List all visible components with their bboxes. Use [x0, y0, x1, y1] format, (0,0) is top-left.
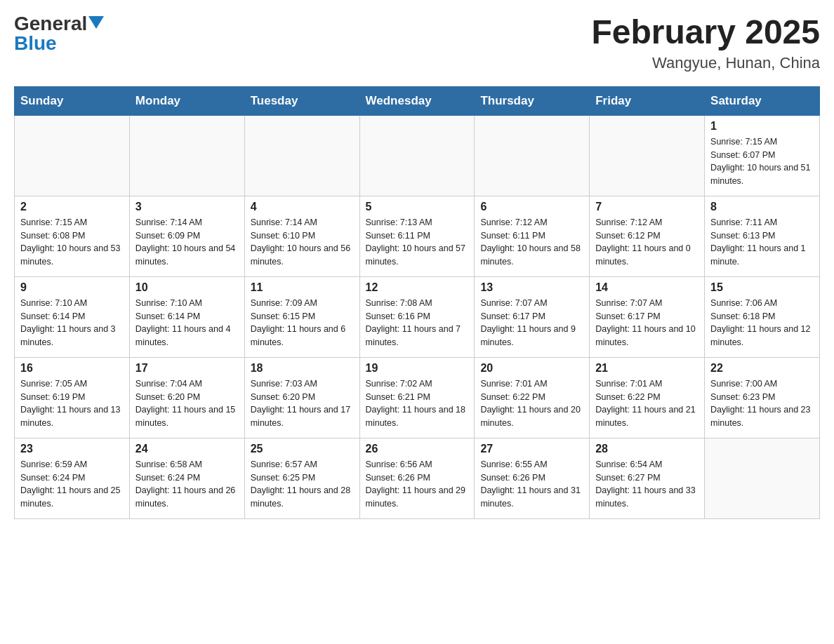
- day-info: Sunrise: 7:10 AMSunset: 6:14 PMDaylight:…: [135, 297, 239, 349]
- calendar-cell: 15Sunrise: 7:06 AMSunset: 6:18 PMDayligh…: [705, 276, 820, 357]
- day-number: 28: [595, 443, 699, 455]
- day-number: 16: [20, 362, 124, 375]
- day-info: Sunrise: 7:03 AMSunset: 6:20 PMDaylight:…: [251, 377, 354, 430]
- logo: General Blue: [14, 14, 104, 53]
- day-info: Sunrise: 7:10 AMSunset: 6:14 PMDaylight:…: [20, 297, 124, 349]
- day-info: Sunrise: 6:54 AMSunset: 6:27 PMDaylight:…: [595, 458, 699, 511]
- day-number: 10: [135, 281, 239, 294]
- day-info: Sunrise: 7:01 AMSunset: 6:22 PMDaylight:…: [480, 377, 583, 430]
- calendar-cell: [705, 438, 820, 518]
- calendar-cell: 3Sunrise: 7:14 AMSunset: 6:09 PMDaylight…: [129, 196, 244, 276]
- day-number: 12: [366, 281, 469, 294]
- day-info: Sunrise: 7:01 AMSunset: 6:22 PMDaylight:…: [595, 377, 699, 430]
- weekday-header-tuesday: Tuesday: [244, 86, 359, 115]
- calendar-cell: 12Sunrise: 7:08 AMSunset: 6:16 PMDayligh…: [359, 276, 475, 357]
- calendar-cell: 9Sunrise: 7:10 AMSunset: 6:14 PMDaylight…: [15, 276, 130, 357]
- day-number: 26: [366, 443, 469, 455]
- calendar-cell: 8Sunrise: 7:11 AMSunset: 6:13 PMDaylight…: [705, 196, 820, 276]
- day-info: Sunrise: 7:07 AMSunset: 6:17 PMDaylight:…: [480, 297, 583, 349]
- calendar-cell: 4Sunrise: 7:14 AMSunset: 6:10 PMDaylight…: [244, 196, 359, 276]
- day-number: 3: [135, 201, 239, 213]
- calendar-cell: 24Sunrise: 6:58 AMSunset: 6:24 PMDayligh…: [129, 438, 244, 518]
- calendar-cell: 2Sunrise: 7:15 AMSunset: 6:08 PMDaylight…: [15, 196, 130, 276]
- calendar-cell: [475, 115, 590, 196]
- day-info: Sunrise: 7:06 AMSunset: 6:18 PMDaylight:…: [710, 297, 814, 349]
- day-info: Sunrise: 7:14 AMSunset: 6:10 PMDaylight:…: [251, 216, 354, 269]
- day-info: Sunrise: 7:07 AMSunset: 6:17 PMDaylight:…: [595, 297, 699, 349]
- calendar-cell: 20Sunrise: 7:01 AMSunset: 6:22 PMDayligh…: [475, 357, 590, 438]
- calendar-cell: [15, 115, 130, 196]
- day-number: 15: [710, 281, 814, 294]
- day-info: Sunrise: 7:15 AMSunset: 6:07 PMDaylight:…: [710, 135, 814, 188]
- calendar-cell: 23Sunrise: 6:59 AMSunset: 6:24 PMDayligh…: [15, 438, 130, 518]
- day-number: 18: [251, 362, 354, 375]
- day-info: Sunrise: 7:15 AMSunset: 6:08 PMDaylight:…: [20, 216, 124, 269]
- logo-general-text: General: [14, 14, 87, 34]
- calendar-week-row: 2Sunrise: 7:15 AMSunset: 6:08 PMDaylight…: [15, 196, 820, 276]
- calendar-week-row: 9Sunrise: 7:10 AMSunset: 6:14 PMDaylight…: [15, 276, 820, 357]
- calendar-table: SundayMondayTuesdayWednesdayThursdayFrid…: [14, 86, 820, 519]
- day-info: Sunrise: 7:05 AMSunset: 6:19 PMDaylight:…: [20, 377, 124, 430]
- weekday-header-thursday: Thursday: [475, 86, 590, 115]
- calendar-cell: 16Sunrise: 7:05 AMSunset: 6:19 PMDayligh…: [15, 357, 130, 438]
- calendar-cell: 28Sunrise: 6:54 AMSunset: 6:27 PMDayligh…: [590, 438, 705, 518]
- logo-blue-text: Blue: [14, 32, 57, 54]
- calendar-cell: 6Sunrise: 7:12 AMSunset: 6:11 PMDaylight…: [475, 196, 590, 276]
- day-info: Sunrise: 7:09 AMSunset: 6:15 PMDaylight:…: [251, 297, 354, 349]
- logo-arrow-icon: [88, 16, 104, 32]
- page-header: General Blue February 2025 Wangyue, Huna…: [14, 14, 820, 72]
- day-number: 9: [20, 281, 124, 294]
- day-number: 19: [366, 362, 469, 375]
- calendar-cell: 11Sunrise: 7:09 AMSunset: 6:15 PMDayligh…: [244, 276, 359, 357]
- day-number: 1: [710, 120, 814, 133]
- day-info: Sunrise: 6:55 AMSunset: 6:26 PMDaylight:…: [480, 458, 583, 511]
- calendar-cell: 25Sunrise: 6:57 AMSunset: 6:25 PMDayligh…: [244, 438, 359, 518]
- day-number: 11: [251, 281, 354, 294]
- day-number: 27: [480, 443, 583, 455]
- day-number: 22: [710, 362, 814, 375]
- calendar-cell: 10Sunrise: 7:10 AMSunset: 6:14 PMDayligh…: [129, 276, 244, 357]
- weekday-header-monday: Monday: [129, 86, 244, 115]
- calendar-cell: 1Sunrise: 7:15 AMSunset: 6:07 PMDaylight…: [705, 115, 820, 196]
- calendar-cell: [359, 115, 475, 196]
- day-number: 2: [20, 201, 124, 213]
- day-number: 5: [366, 201, 469, 213]
- day-number: 14: [595, 281, 699, 294]
- day-number: 6: [480, 201, 583, 213]
- day-info: Sunrise: 7:00 AMSunset: 6:23 PMDaylight:…: [710, 377, 814, 430]
- calendar-cell: [590, 115, 705, 196]
- calendar-cell: [244, 115, 359, 196]
- day-info: Sunrise: 7:13 AMSunset: 6:11 PMDaylight:…: [366, 216, 469, 269]
- day-number: 8: [710, 201, 814, 213]
- calendar-cell: 19Sunrise: 7:02 AMSunset: 6:21 PMDayligh…: [359, 357, 475, 438]
- calendar-cell: 14Sunrise: 7:07 AMSunset: 6:17 PMDayligh…: [590, 276, 705, 357]
- calendar-cell: 21Sunrise: 7:01 AMSunset: 6:22 PMDayligh…: [590, 357, 705, 438]
- day-info: Sunrise: 7:12 AMSunset: 6:11 PMDaylight:…: [480, 216, 583, 269]
- day-number: 21: [595, 362, 699, 375]
- day-number: 25: [251, 443, 354, 455]
- calendar-cell: [129, 115, 244, 196]
- calendar-title: February 2025: [591, 14, 820, 51]
- day-info: Sunrise: 7:02 AMSunset: 6:21 PMDaylight:…: [366, 377, 469, 430]
- calendar-week-row: 16Sunrise: 7:05 AMSunset: 6:19 PMDayligh…: [15, 357, 820, 438]
- calendar-cell: 5Sunrise: 7:13 AMSunset: 6:11 PMDaylight…: [359, 196, 475, 276]
- day-info: Sunrise: 6:56 AMSunset: 6:26 PMDaylight:…: [366, 458, 469, 511]
- day-info: Sunrise: 6:59 AMSunset: 6:24 PMDaylight:…: [20, 458, 124, 511]
- day-number: 7: [595, 201, 699, 213]
- calendar-cell: 17Sunrise: 7:04 AMSunset: 6:20 PMDayligh…: [129, 357, 244, 438]
- calendar-cell: 13Sunrise: 7:07 AMSunset: 6:17 PMDayligh…: [475, 276, 590, 357]
- day-info: Sunrise: 7:14 AMSunset: 6:09 PMDaylight:…: [135, 216, 239, 269]
- calendar-cell: 7Sunrise: 7:12 AMSunset: 6:12 PMDaylight…: [590, 196, 705, 276]
- svg-marker-0: [88, 16, 104, 29]
- day-number: 4: [251, 201, 354, 213]
- calendar-week-row: 23Sunrise: 6:59 AMSunset: 6:24 PMDayligh…: [15, 438, 820, 518]
- day-number: 13: [480, 281, 583, 294]
- title-block: February 2025 Wangyue, Hunan, China: [591, 14, 820, 72]
- day-info: Sunrise: 6:57 AMSunset: 6:25 PMDaylight:…: [251, 458, 354, 511]
- calendar-cell: 18Sunrise: 7:03 AMSunset: 6:20 PMDayligh…: [244, 357, 359, 438]
- day-info: Sunrise: 7:08 AMSunset: 6:16 PMDaylight:…: [366, 297, 469, 349]
- day-number: 24: [135, 443, 239, 455]
- calendar-subtitle: Wangyue, Hunan, China: [591, 54, 820, 72]
- weekday-header-wednesday: Wednesday: [359, 86, 475, 115]
- day-info: Sunrise: 7:04 AMSunset: 6:20 PMDaylight:…: [135, 377, 239, 430]
